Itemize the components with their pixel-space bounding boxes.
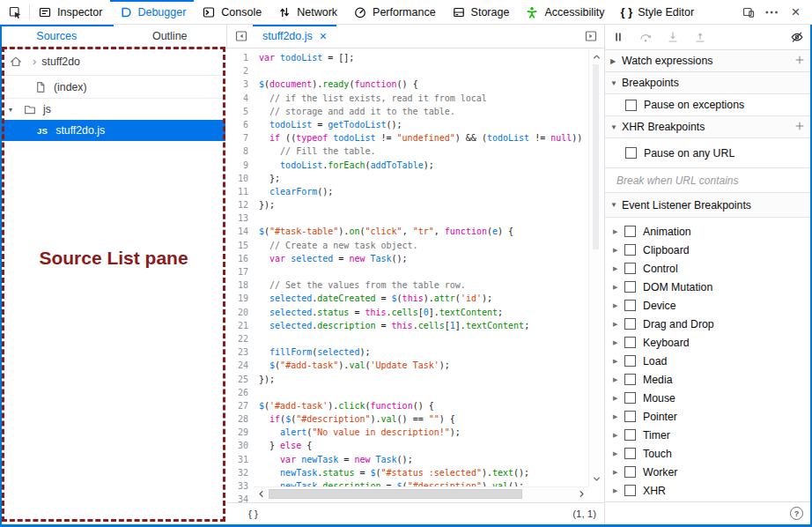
line-number[interactable]: 18 — [227, 278, 248, 292]
tab-network[interactable]: Network — [269, 0, 345, 24]
element-picker-button[interactable] — [0, 0, 29, 24]
line-number[interactable]: 29 — [227, 426, 248, 439]
line-number[interactable]: 20 — [227, 306, 248, 319]
event-category-worker[interactable]: ▶Worker — [605, 463, 810, 481]
checkbox[interactable] — [624, 374, 636, 385]
expand-panes-button[interactable] — [579, 26, 602, 47]
scroll-left-button[interactable] — [255, 487, 267, 501]
line-number[interactable]: 2 — [227, 64, 248, 78]
collapse-sources-pane-button[interactable] — [230, 26, 253, 47]
event-category-touch[interactable]: ▶Touch — [605, 444, 810, 463]
checkbox[interactable] — [624, 337, 636, 348]
tree-item-stuff2do-js-selected[interactable]: JSstuff2do.js — [2, 120, 225, 141]
section-header-xhr-breakpoints[interactable]: ▼XHR Breakpoints — [605, 116, 810, 138]
checkbox[interactable] — [624, 466, 636, 478]
xhr-url-input[interactable]: Break when URL contains — [605, 168, 810, 193]
line-number[interactable]: 4 — [227, 92, 248, 105]
editor-tab-stuff2do-js[interactable]: stuff2do.js × — [253, 25, 336, 48]
line-number[interactable]: 27 — [227, 399, 248, 412]
line-number[interactable]: 31 — [227, 453, 248, 466]
add-button[interactable] — [794, 121, 805, 134]
event-category-xhr[interactable]: ▶XHR — [605, 481, 810, 500]
step-over-button[interactable] — [639, 30, 653, 44]
event-category-dom-mutation[interactable]: ▶DOM Mutation — [605, 278, 810, 296]
scroll-down-button[interactable] — [589, 472, 603, 485]
line-number[interactable]: 5 — [227, 105, 248, 118]
line-number[interactable]: 12 — [227, 198, 248, 212]
pause-button[interactable] — [611, 30, 625, 44]
line-number[interactable]: 3 — [227, 78, 248, 91]
line-number[interactable]: 6 — [227, 118, 248, 131]
checkbox[interactable] — [624, 318, 636, 330]
checkbox[interactable] — [625, 100, 637, 111]
option-pause-on-any-url[interactable]: Pause on any URL — [605, 138, 810, 168]
pane-tab-outline[interactable]: Outline — [114, 25, 227, 48]
event-category-keyboard[interactable]: ▶Keyboard — [605, 333, 810, 352]
line-number[interactable]: 13 — [227, 212, 248, 225]
checkbox[interactable] — [624, 263, 636, 274]
line-number[interactable]: 16 — [227, 252, 248, 265]
horizontal-scrollbar[interactable] — [254, 486, 588, 501]
line-number[interactable]: 7 — [227, 131, 248, 145]
pane-tab-sources[interactable]: Sources — [0, 25, 114, 48]
step-in-button[interactable] — [666, 30, 680, 44]
tree-folder-js[interactable]: ▾js — [2, 99, 225, 120]
line-number[interactable]: 30 — [227, 439, 248, 452]
line-number[interactable]: 17 — [227, 265, 248, 278]
option-pause-on-exceptions[interactable]: Pause on exceptions — [605, 94, 810, 116]
pretty-print-button[interactable]: { } — [248, 508, 258, 519]
line-number[interactable]: 8 — [227, 145, 248, 158]
event-category-pointer[interactable]: ▶Pointer — [605, 407, 810, 426]
line-number[interactable]: 24 — [227, 359, 248, 372]
line-number-gutter[interactable]: 1234567891011121314151617181920212223242… — [227, 48, 254, 502]
event-category-clipboard[interactable]: ▶Clipboard — [605, 241, 810, 259]
vertical-scrollbar-thumb[interactable] — [593, 64, 599, 249]
checkbox[interactable] — [624, 429, 636, 441]
tab-performance[interactable]: Performance — [345, 0, 444, 24]
event-category-animation[interactable]: ▶Animation — [605, 222, 810, 241]
event-category-timer[interactable]: ▶Timer — [605, 426, 810, 444]
section-header-watch-expressions[interactable]: ▶Watch expressions — [605, 50, 810, 72]
tab-console[interactable]: Console — [194, 0, 269, 24]
close-tab-icon[interactable]: × — [320, 29, 327, 43]
checkbox[interactable] — [624, 392, 636, 404]
help-icon[interactable]: ? — [790, 507, 803, 520]
tab-debugger[interactable]: Debugger — [110, 0, 194, 24]
vertical-scrollbar[interactable] — [588, 48, 602, 486]
section-header-breakpoints[interactable]: ▼Breakpoints — [605, 72, 810, 94]
line-number[interactable]: 15 — [227, 239, 248, 252]
checkbox[interactable] — [624, 300, 636, 311]
tab-storage[interactable]: Storage — [444, 0, 518, 24]
horizontal-scrollbar-thumb[interactable] — [269, 489, 522, 499]
scroll-up-button[interactable] — [589, 50, 603, 63]
checkbox[interactable] — [624, 244, 636, 256]
line-number[interactable]: 11 — [227, 185, 248, 198]
checkbox[interactable] — [624, 411, 636, 422]
checkbox[interactable] — [624, 281, 636, 293]
line-number[interactable]: 19 — [227, 292, 248, 305]
code-editor[interactable]: var todoList = [];$(document).ready(func… — [257, 48, 588, 486]
line-number[interactable]: 10 — [227, 172, 248, 185]
tab-accessibility[interactable]: Accessibility — [517, 0, 612, 24]
add-button[interactable] — [794, 55, 805, 68]
responsive-design-mode-button[interactable] — [736, 1, 760, 24]
line-number[interactable]: 32 — [227, 466, 248, 479]
event-category-mouse[interactable]: ▶Mouse — [605, 389, 810, 407]
section-header-event-listener-breakpoints[interactable]: ▼Event Listener Breakpoints — [605, 193, 810, 218]
checkbox[interactable] — [624, 485, 636, 496]
checkbox[interactable] — [624, 448, 636, 459]
event-category-media[interactable]: ▶Media — [605, 370, 810, 389]
deactivate-breakpoints-button[interactable] — [790, 30, 804, 44]
line-number[interactable]: 22 — [227, 332, 248, 345]
line-number[interactable]: 14 — [227, 225, 248, 238]
close-devtools-button[interactable]: × — [784, 1, 808, 24]
tab-inspector[interactable]: Inspector — [30, 0, 110, 24]
event-category-drag-and-drop[interactable]: ▶Drag and Drop — [605, 315, 810, 333]
line-number[interactable]: 26 — [227, 386, 248, 399]
line-number[interactable]: 28 — [227, 412, 248, 426]
checkbox[interactable] — [624, 226, 636, 237]
menu-button[interactable]: ⋯ — [760, 1, 784, 24]
line-number[interactable]: 25 — [227, 373, 248, 386]
event-category-load[interactable]: ▶Load — [605, 352, 810, 370]
step-out-button[interactable] — [693, 30, 707, 44]
